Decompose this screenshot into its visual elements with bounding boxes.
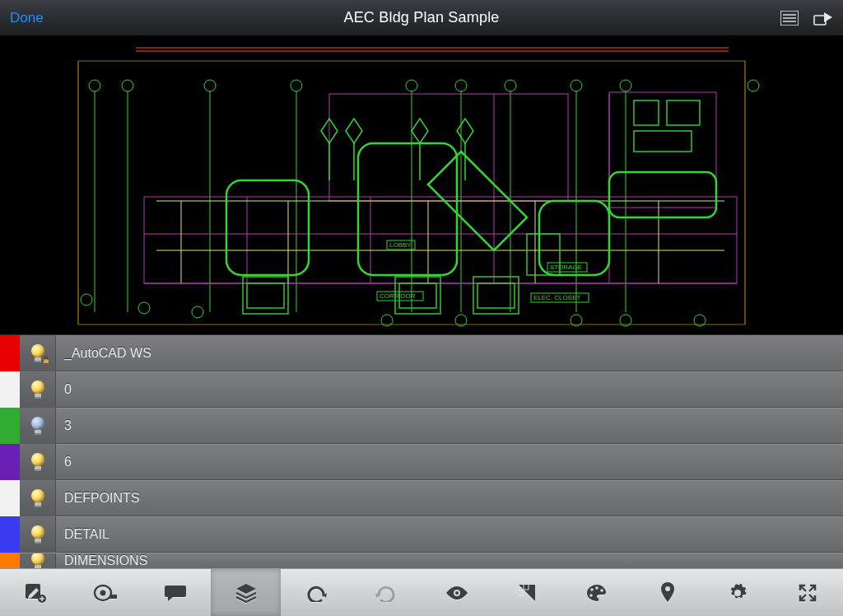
share-icon[interactable] xyxy=(813,11,833,26)
tape-measure-icon xyxy=(93,583,118,603)
svg-rect-66 xyxy=(634,131,692,152)
layer-name-label[interactable]: DIMENSIONS xyxy=(56,553,843,568)
svg-point-16 xyxy=(505,80,516,91)
svg-rect-37 xyxy=(144,197,737,283)
layer-row[interactable]: DEFPOINTS xyxy=(0,480,843,516)
layer-name-label[interactable]: DEFPOINTS xyxy=(56,491,843,506)
layer-color-swatch xyxy=(0,408,20,444)
layer-visibility-toggle[interactable] xyxy=(20,371,56,408)
lightbulb-icon xyxy=(30,344,45,362)
layer-visibility-toggle[interactable] xyxy=(20,444,56,480)
lightbulb-icon xyxy=(30,453,45,471)
pencil-plus-icon xyxy=(24,582,47,604)
layer-visibility-toggle[interactable] xyxy=(20,480,56,516)
canvas-label-storage: STORAGE xyxy=(550,264,582,271)
fullscreen-button[interactable] xyxy=(773,569,843,616)
layer-name-label[interactable]: 3 xyxy=(56,418,843,433)
draw-tool-button[interactable] xyxy=(0,569,70,616)
lightbulb-icon xyxy=(30,380,45,399)
view-tool-button[interactable] xyxy=(422,569,491,616)
cad-drawing: LOBBY CORRIDOR STORAGE ELEC. CLOSET xyxy=(0,36,843,334)
svg-point-90 xyxy=(589,594,593,597)
svg-rect-62 xyxy=(477,283,515,308)
gear-icon xyxy=(727,582,748,604)
layer-row[interactable]: _AutoCAD WS xyxy=(0,335,843,371)
svg-point-22 xyxy=(192,306,203,318)
lightbulb-icon xyxy=(30,553,45,568)
expand-icon xyxy=(798,583,817,603)
svg-point-92 xyxy=(734,590,741,596)
speech-bubble-icon xyxy=(164,583,187,603)
svg-point-18 xyxy=(620,80,631,91)
drawing-canvas[interactable]: LOBBY CORRIDOR STORAGE ELEC. CLOSET xyxy=(0,36,843,334)
lightbulb-icon xyxy=(30,417,45,435)
layer-name-label[interactable]: DETAIL xyxy=(56,527,843,542)
layer-visibility-toggle[interactable] xyxy=(20,553,56,568)
svg-rect-80 xyxy=(109,595,117,599)
undo-icon xyxy=(305,584,327,602)
map-pin-icon xyxy=(659,582,676,604)
svg-point-91 xyxy=(665,586,670,591)
bottom-toolbar xyxy=(0,568,843,616)
form-icon[interactable] xyxy=(780,11,799,26)
redo-button[interactable] xyxy=(352,569,422,616)
layers-tool-button[interactable] xyxy=(211,569,281,616)
page-title: AEC Bldg Plan Sample xyxy=(343,9,499,26)
svg-rect-65 xyxy=(667,100,700,125)
svg-point-13 xyxy=(291,80,302,91)
layer-row[interactable]: DIMENSIONS xyxy=(0,553,843,568)
layer-visibility-toggle[interactable] xyxy=(20,335,56,371)
layer-color-swatch xyxy=(0,335,20,371)
svg-point-79 xyxy=(100,590,105,595)
snap-tool-button[interactable] xyxy=(491,569,561,616)
lock-icon xyxy=(42,356,50,364)
layer-color-swatch xyxy=(0,371,20,408)
measure-tool-button[interactable] xyxy=(70,569,140,616)
layer-row[interactable]: 0 xyxy=(0,371,843,408)
layer-visibility-toggle[interactable] xyxy=(20,408,56,444)
lightbulb-icon xyxy=(30,525,45,544)
location-tool-button[interactable] xyxy=(632,569,702,616)
layer-name-label[interactable]: 6 xyxy=(56,455,843,469)
layers-icon xyxy=(235,582,258,604)
layer-color-swatch xyxy=(0,480,20,516)
lightbulb-icon xyxy=(30,489,45,507)
svg-point-11 xyxy=(122,80,133,91)
svg-rect-54 xyxy=(358,143,457,275)
svg-rect-4 xyxy=(814,16,826,25)
layer-visibility-toggle[interactable] xyxy=(20,516,56,553)
svg-point-87 xyxy=(590,588,594,591)
palette-icon xyxy=(585,583,608,603)
done-button[interactable]: Done xyxy=(10,10,44,26)
svg-point-82 xyxy=(455,591,459,595)
svg-rect-38 xyxy=(329,94,568,201)
layer-name-label[interactable]: 0 xyxy=(56,382,843,397)
svg-rect-64 xyxy=(634,100,659,125)
svg-point-15 xyxy=(455,80,467,91)
layer-name-label[interactable]: _AutoCAD WS xyxy=(56,346,843,361)
layer-color-swatch xyxy=(0,553,20,568)
color-tool-button[interactable] xyxy=(562,569,632,616)
canvas-label-elec: ELEC. CLOSET xyxy=(533,294,580,301)
layer-row[interactable]: 3 xyxy=(0,408,843,444)
layer-row[interactable]: DETAIL xyxy=(0,516,843,553)
svg-point-14 xyxy=(406,80,417,91)
topbar-right-group xyxy=(780,11,833,26)
settings-tool-button[interactable] xyxy=(702,569,772,616)
layer-row[interactable]: 6 xyxy=(0,444,843,480)
svg-point-19 xyxy=(748,80,759,91)
svg-point-17 xyxy=(571,80,582,91)
layers-panel[interactable]: _AutoCAD WS 0 3 6 DEFPOINTS xyxy=(0,334,843,568)
svg-point-20 xyxy=(81,294,92,306)
text-tool-button[interactable] xyxy=(141,569,211,616)
svg-point-21 xyxy=(138,302,150,314)
canvas-label-lobby: LOBBY xyxy=(389,241,412,249)
undo-button[interactable] xyxy=(281,569,351,616)
redo-icon xyxy=(375,584,397,602)
eye-icon xyxy=(445,585,469,601)
layer-color-swatch xyxy=(0,444,20,480)
svg-point-10 xyxy=(89,80,100,91)
svg-rect-58 xyxy=(247,283,284,308)
svg-point-89 xyxy=(600,589,603,592)
svg-rect-75 xyxy=(43,359,49,364)
